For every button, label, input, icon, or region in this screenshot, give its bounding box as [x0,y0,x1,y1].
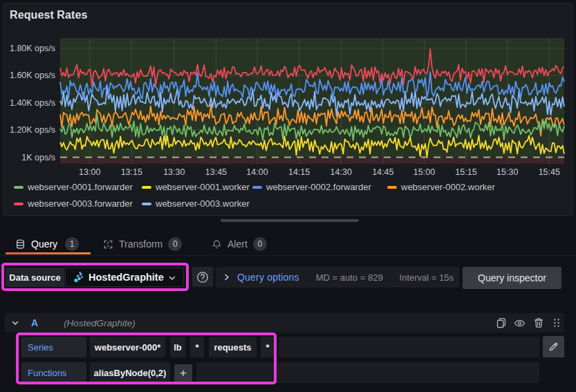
svg-text:1K ops/s: 1K ops/s [21,153,55,162]
svg-text:1.40K ops/s: 1.40K ops/s [10,98,55,108]
svg-text:14:30: 14:30 [331,167,352,177]
svg-text:1.80K ops/s: 1.80K ops/s [10,44,55,53]
svg-text:14:45: 14:45 [372,167,393,177]
svg-text:15:00: 15:00 [414,167,435,177]
svg-text:14:15: 14:15 [288,167,310,177]
svg-text:1.20K ops/s: 1.20K ops/s [10,125,55,135]
svg-text:1.60K ops/s: 1.60K ops/s [10,71,55,80]
svg-text:15:45: 15:45 [539,167,560,177]
svg-text:13:30: 13:30 [163,167,185,177]
svg-text:13:15: 13:15 [121,167,142,177]
svg-text:15:30: 15:30 [496,167,518,177]
svg-text:15:15: 15:15 [455,167,476,177]
svg-text:13:00: 13:00 [79,167,100,177]
svg-text:13:45: 13:45 [205,167,227,177]
svg-text:14:00: 14:00 [246,167,268,177]
